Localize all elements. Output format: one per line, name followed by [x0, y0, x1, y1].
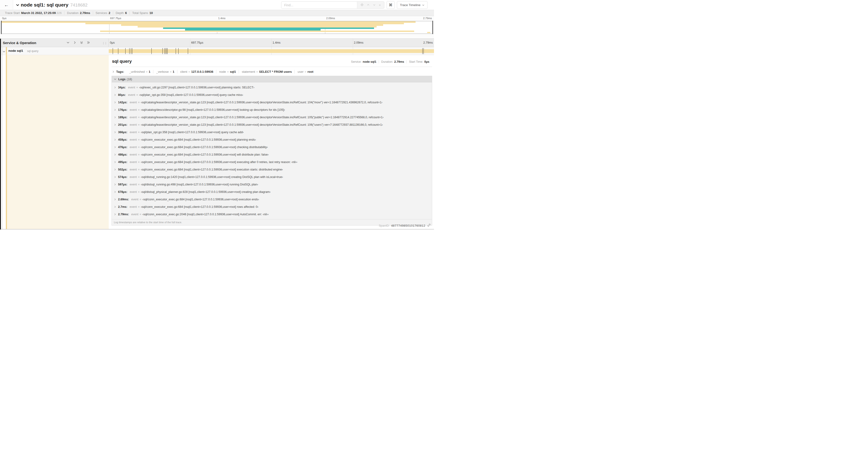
log-entry[interactable]: 142μs: event = ‹sql/catalog/lease/descri…	[112, 99, 432, 106]
top-bar: ← node sql1: sql query7418682 × ⌘ Trace …	[0, 0, 434, 10]
span-id-footer: SpanID: 4877749850101760812	[379, 223, 431, 228]
close-icon: ×	[379, 3, 381, 7]
find-prev-button[interactable]	[367, 3, 370, 7]
log-field-value: ‹sql/exec_util.go:2297 [nsql1,client=127…	[139, 86, 254, 89]
logs-section: Logs (18) 34μs: event = ‹sql/exec_util.g…	[112, 76, 432, 226]
summary-value: 6	[125, 11, 127, 15]
chevron-right-icon	[114, 176, 116, 178]
minimap-scrubber-right[interactable]	[432, 21, 433, 34]
minimap-canvas[interactable]	[1, 21, 433, 34]
summary-value: 10	[150, 11, 153, 15]
log-entry[interactable]: 502μs: event = ‹sql/conn_executor_exec.g…	[112, 166, 432, 173]
back-arrow-icon: ←	[4, 2, 9, 7]
log-field-key: event	[131, 213, 138, 216]
find-clear-button[interactable]: ×	[379, 3, 381, 7]
log-marker-tick	[188, 48, 188, 54]
span-duration-bar[interactable]	[109, 49, 434, 53]
minimap-span-bar	[185, 29, 320, 31]
log-timestamp: 495μs:	[118, 160, 127, 164]
log-field-value: ‹sql/conn_executor_exec.go:684 [nsql1,cl…	[141, 153, 269, 156]
log-entry[interactable]: 495μs: event = ‹sql/conn_executor_exec.g…	[112, 158, 432, 166]
copy-link-button[interactable]	[427, 223, 431, 228]
chevron-down-icon	[422, 4, 425, 6]
equals-sign: =	[138, 145, 140, 149]
log-field-value: ‹sql/catalog/lease/descriptor_version_st…	[141, 101, 382, 104]
span-detail-card: sql query Service: node sql1 Duration: 2…	[112, 57, 432, 226]
minimap-tick-label: 1.4ms	[218, 17, 225, 20]
log-field-value: ‹sql/conn_executor_exec.go:684 [nsql1,cl…	[141, 145, 268, 149]
log-entry[interactable]: 2.69ms: event = ‹sql/conn_executor_exec.…	[112, 196, 432, 203]
tag-key: statement	[242, 70, 255, 73]
chevron-right-icon	[73, 41, 76, 45]
service-color-bar	[6, 55, 7, 229]
meta-label: Duration:	[381, 60, 393, 63]
log-marker-tick	[131, 48, 131, 54]
log-entry[interactable]: 189μs: event = ‹sql/catalog/lease/descri…	[112, 113, 432, 121]
chevron-right-icon	[114, 161, 116, 163]
span-row-timeline[interactable]	[109, 47, 434, 55]
log-entry[interactable]: 597μs: event = ‹sql/distsql_running.go:4…	[112, 181, 432, 188]
log-entry[interactable]: 2.7ms: event = ‹sql/conn_executor_exec.g…	[112, 203, 432, 210]
meta-label: Service:	[351, 60, 362, 63]
collapse-one-button[interactable]	[66, 41, 69, 45]
summary-label: Duration	[67, 11, 79, 15]
ruler-tick-label: 2.09ms	[354, 41, 364, 44]
span-row-name-column: node sql1 sql query	[0, 47, 109, 55]
chevron-right-icon	[114, 94, 116, 96]
log-entry[interactable]: 34μs: event = ‹sql/exec_util.go:2297 [ns…	[112, 84, 432, 91]
trace-collapse-toggle[interactable]	[16, 3, 19, 7]
log-entry[interactable]: 201μs: event = ‹sql/catalog/lease/descri…	[112, 121, 432, 129]
summary-value: March 31 2022, 17:25:09	[21, 11, 56, 15]
equals-sign: =	[140, 213, 141, 216]
equals-sign: =	[189, 70, 190, 73]
tag-item: _unfinished = 1	[126, 70, 153, 73]
locate-icon	[361, 3, 364, 7]
equals-sign: =	[146, 70, 148, 73]
service-operation-header: Service & Operation ❘❘	[0, 39, 109, 47]
ruler-tick-label: 0μs	[110, 41, 115, 44]
log-entry[interactable]: 459μs: event = ‹sql/conn_executor_exec.g…	[112, 136, 432, 143]
log-field-value: ‹sql/distsql_running.go:498 [nsql1,clien…	[141, 183, 258, 186]
collapse-all-button[interactable]	[80, 41, 83, 45]
locate-button[interactable]	[361, 3, 364, 7]
ruler-tick-label: 697.75μs	[191, 41, 204, 44]
log-field-value: ‹sql/catalog/descs/descriptor.go:98 [nsq…	[141, 108, 285, 111]
logs-accordion-header[interactable]: Logs (18)	[112, 76, 432, 82]
log-timestamp: 502μs:	[118, 168, 127, 171]
log-field-key: event	[130, 101, 137, 104]
expand-one-button[interactable]	[73, 41, 76, 45]
minimap-scrubber-left[interactable]	[1, 21, 2, 34]
keyboard-shortcuts-button[interactable]: ⌘	[386, 1, 395, 9]
double-chevron-right-icon	[87, 41, 90, 45]
chevron-right-icon	[114, 183, 116, 186]
chevron-right-icon	[114, 168, 116, 171]
minimap-span-bar	[100, 31, 414, 32]
log-entry[interactable]: 574μs: event = ‹sql/distsql_running.go:1…	[112, 173, 432, 181]
log-entry[interactable]: 176μs: event = ‹sql/catalog/descs/descri…	[112, 106, 432, 113]
tags-accordion[interactable]: Tags: _unfinished = 1 _verbose = 1	[112, 69, 432, 76]
log-entry[interactable]: 2.79ms: event = ‹sql/conn_executor_exec.…	[112, 210, 432, 218]
equals-sign: =	[138, 131, 140, 134]
find-next-button[interactable]	[373, 3, 376, 7]
expand-all-button[interactable]	[87, 41, 90, 45]
log-entry[interactable]: 678μs: event = ‹sql/distsql_physical_pla…	[112, 188, 432, 196]
log-entry[interactable]: 366μs: event = ‹sql/plan_opt.go:358 [nsq…	[112, 129, 432, 136]
span-collapse-toggle[interactable]	[3, 50, 5, 54]
log-field-value: ‹sql/conn_executor_exec.go:684 [nsql1,cl…	[141, 138, 256, 141]
column-resizer-handle[interactable]: ❘❘	[102, 41, 107, 44]
log-entry[interactable]: 80μs: event = ‹sql/plan_opt.go:358 [nsql…	[112, 91, 432, 99]
log-entry[interactable]: 476μs: event = ‹sql/conn_executor_exec.g…	[112, 143, 432, 151]
detail-header[interactable]: sql query Service: node sql1 Duration: 2…	[112, 57, 432, 66]
log-entry[interactable]: 486μs: event = ‹sql/conn_executor_exec.g…	[112, 151, 432, 158]
view-dropdown[interactable]: Trace Timeline	[397, 1, 428, 9]
log-field-key: event	[130, 145, 137, 149]
left-scrollbar[interactable]	[0, 39, 1, 230]
minimap-span-bar	[121, 24, 383, 26]
find-input[interactable]	[281, 2, 357, 8]
trace-page: ← node sql1: sql query7418682 × ⌘ Trace …	[0, 0, 434, 230]
span-row[interactable]: node sql1 sql query	[0, 47, 434, 55]
minimap-span-bar	[163, 28, 374, 29]
back-button[interactable]: ←	[0, 0, 13, 10]
log-field-key: event	[130, 190, 137, 194]
summary-label: Trace Start	[5, 11, 20, 15]
